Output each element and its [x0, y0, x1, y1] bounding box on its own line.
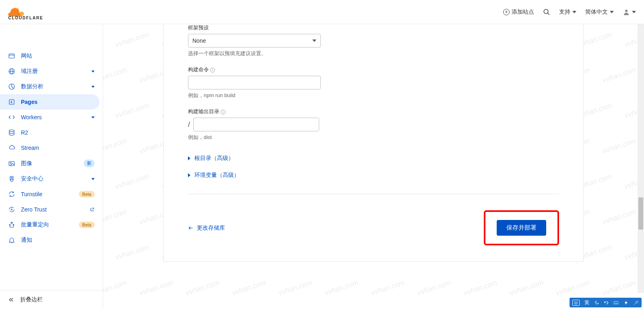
refresh-icon [8, 191, 15, 198]
sidebar-item-cloud[interactable]: Stream [0, 140, 103, 156]
browser-icon [8, 52, 15, 60]
globe-icon [8, 68, 15, 75]
ime-language[interactable]: 英 [583, 299, 590, 306]
nav-badge: 新 [84, 160, 95, 167]
sidebar-item-bell[interactable]: 通知 [0, 232, 103, 248]
sidebar-item-redirect[interactable]: 批量重定向Beta [0, 217, 103, 232]
build-command-input[interactable] [188, 76, 321, 89]
external-link-icon [90, 207, 95, 212]
framework-preset-group: 框架预设 None 选择一个框架以预填充建议设置。 [188, 24, 559, 57]
change-repo-label: 更改存储库 [197, 224, 225, 232]
database-icon [8, 129, 15, 136]
svg-rect-15 [9, 161, 14, 166]
chevron-down-icon [91, 86, 95, 88]
sidebar-item-label: Turnstile [21, 191, 73, 197]
output-dir-prefix: / [188, 120, 190, 129]
chevron-down-icon [91, 178, 95, 180]
save-and-deploy-button[interactable]: 保存并部署 [497, 220, 546, 236]
svg-rect-1 [18, 8, 19, 9]
ime-lightning-icon[interactable] [622, 300, 630, 305]
form-footer: 更改存储库 保存并部署 [188, 194, 559, 245]
svg-point-6 [625, 10, 627, 12]
sidebar-item-label: 安全中心 [21, 175, 86, 182]
build-command-group: 构建命令i 例如，npm run build [188, 66, 559, 99]
support-menu[interactable]: 支持 [559, 8, 576, 16]
change-repo-link[interactable]: 更改存储库 [188, 224, 225, 232]
caret-down-icon [610, 11, 614, 13]
ime-comma-icon[interactable]: •ɔ [603, 300, 610, 305]
support-label: 支持 [559, 8, 570, 16]
svg-rect-13 [9, 100, 14, 104]
nav-badge: Beta [79, 191, 95, 197]
ime-mode-icon[interactable]: ◎ [572, 300, 580, 306]
arrow-left-icon [188, 225, 194, 231]
svg-rect-0 [16, 8, 17, 9]
svg-point-19 [11, 209, 12, 210]
framework-preset-select[interactable]: None [188, 34, 321, 48]
svg-line-20 [92, 208, 94, 210]
sidebar-item-label: 数据分析 [21, 83, 86, 90]
collapse-sidebar-button[interactable]: 折叠边栏 [0, 290, 103, 309]
svg-rect-25 [614, 301, 618, 304]
app-header: CLOUDFLARE + 添加站点 支持 简体中文 [0, 0, 644, 24]
sidebar-item-globe[interactable]: 域注册 [0, 64, 103, 79]
svg-point-4 [544, 9, 548, 14]
env-vars-toggle-label: 环境变量（高级） [194, 172, 239, 179]
svg-text:CLOUDFLARE: CLOUDFLARE [8, 16, 43, 20]
output-dir-label: 构建输出目录i [188, 108, 559, 115]
chevron-down-icon [91, 71, 95, 73]
info-icon[interactable]: i [210, 68, 215, 73]
collapse-label: 折叠边栏 [20, 296, 43, 303]
sidebar-item-label: 批量重定向 [21, 221, 73, 228]
output-dir-input[interactable] [193, 118, 319, 131]
deploy-button-highlight: 保存并部署 [484, 210, 559, 245]
svg-rect-7 [9, 54, 14, 58]
sidebar-item-bolt[interactable]: Pages [0, 94, 99, 110]
root-dir-toggle[interactable]: 根目录（高级） [188, 150, 559, 167]
language-label: 简体中文 [585, 8, 608, 16]
redirect-icon [8, 221, 15, 228]
sidebar-item-zero[interactable]: Zero Trust [0, 202, 103, 217]
svg-point-14 [9, 130, 14, 132]
ime-moon-icon[interactable] [593, 300, 601, 305]
plus-circle-icon: + [503, 9, 510, 15]
sidebar-item-chart[interactable]: 数据分析 [0, 79, 103, 94]
zero-icon [8, 206, 15, 213]
add-site-link[interactable]: + 添加站点 [503, 8, 534, 16]
build-command-help: 例如，npm run build [188, 92, 559, 99]
caret-down-icon [572, 11, 576, 13]
caret-down-icon [312, 39, 316, 42]
sidebar-item-refresh[interactable]: TurnstileBeta [0, 187, 103, 202]
nav-badge: Beta [79, 222, 95, 228]
sidebar-item-label: 网站 [21, 52, 95, 60]
sidebar-item-database[interactable]: R2 [0, 125, 103, 140]
ime-wrench-icon[interactable] [632, 300, 640, 305]
ime-keyboard-icon[interactable] [612, 300, 620, 305]
ime-toolbar[interactable]: ◎ 英 •ɔ [570, 298, 642, 307]
sidebar-item-label: 图像 [21, 160, 78, 167]
svg-rect-17 [10, 176, 13, 180]
cloudflare-logo[interactable]: CLOUDFLARE [8, 4, 52, 20]
sidebar-item-label: Zero Trust [21, 206, 84, 213]
framework-preset-value: None [192, 37, 206, 44]
info-icon[interactable]: i [221, 110, 225, 114]
sidebar-item-label: Workers [21, 114, 86, 120]
env-vars-toggle[interactable]: 环境变量（高级） [188, 167, 559, 184]
chevron-right-icon [188, 156, 190, 160]
output-dir-help: 例如，dist [188, 134, 559, 141]
user-icon [623, 8, 630, 16]
chevron-down-icon [91, 116, 95, 118]
sidebar-item-shield[interactable]: 安全中心 [0, 171, 103, 187]
sidebar-item-code[interactable]: Workers [0, 110, 103, 125]
sidebar-item-label: Stream [21, 145, 95, 151]
account-menu[interactable] [623, 8, 636, 16]
sidebar-item-label: Pages [21, 99, 91, 105]
deploy-form-card: 框架预设 None 选择一个框架以预填充建议设置。 构建命令i 例如，npm r… [163, 24, 584, 262]
search-button[interactable] [543, 8, 550, 16]
language-menu[interactable]: 简体中文 [585, 8, 614, 16]
sidebar-item-image[interactable]: 图像新 [0, 156, 103, 171]
search-icon [543, 8, 550, 16]
image-icon [8, 160, 15, 167]
sidebar: 网站域注册数据分析PagesWorkersR2Stream图像新安全中心Turn… [0, 24, 103, 309]
sidebar-item-browser[interactable]: 网站 [0, 48, 103, 64]
